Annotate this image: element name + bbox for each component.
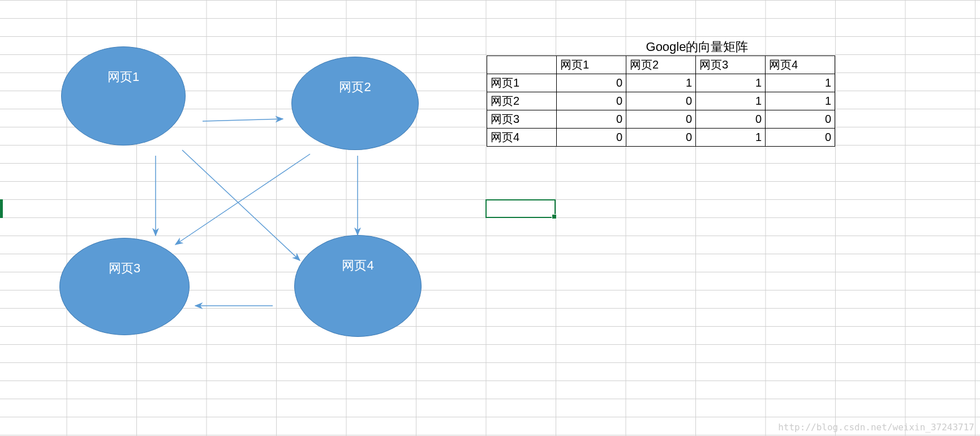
node-label: 网页4 xyxy=(342,257,373,274)
diagram-node-2: 网页2 xyxy=(291,57,419,150)
matrix-cell: 0 xyxy=(626,129,696,147)
row-marker xyxy=(0,199,3,218)
matrix-cell: 0 xyxy=(626,92,696,110)
matrix-cell: 0 xyxy=(766,129,835,147)
matrix-corner xyxy=(487,56,557,74)
table-row: 网页1 网页2 网页3 网页4 xyxy=(487,56,835,74)
diagram-node-1: 网页1 xyxy=(61,46,186,146)
table-row: 网页3 0 0 0 0 xyxy=(487,110,835,129)
node-label: 网页1 xyxy=(108,69,139,86)
matrix-col-header: 网页3 xyxy=(696,56,766,74)
matrix-col-header: 网页2 xyxy=(626,56,696,74)
matrix-cell: 1 xyxy=(766,92,835,110)
matrix-col-header: 网页4 xyxy=(766,56,835,74)
table-row: 网页4 0 0 1 0 xyxy=(487,129,835,147)
matrix-cell: 1 xyxy=(766,74,835,92)
matrix-cell: 1 xyxy=(696,92,766,110)
diagram-node-4: 网页4 xyxy=(294,235,422,337)
matrix-cell: 0 xyxy=(696,110,766,129)
matrix-row-header: 网页4 xyxy=(487,129,557,147)
matrix-cell: 0 xyxy=(557,92,626,110)
matrix-col-header: 网页1 xyxy=(557,56,626,74)
table-row: 网页1 0 1 1 1 xyxy=(487,74,835,92)
matrix-cell: 0 xyxy=(557,129,626,147)
watermark-text: http://blog.csdn.net/weixin_37243717 xyxy=(778,422,974,433)
table-row: 网页2 0 0 1 1 xyxy=(487,92,835,110)
matrix-row-header: 网页2 xyxy=(487,92,557,110)
matrix-cell: 0 xyxy=(557,74,626,92)
node-label: 网页2 xyxy=(339,79,371,96)
matrix-cell: 0 xyxy=(557,110,626,129)
matrix-row-header: 网页1 xyxy=(487,74,557,92)
matrix-table: 网页1 网页2 网页3 网页4 网页1 0 1 1 1 网页2 0 0 1 1 … xyxy=(487,55,835,147)
matrix-cell: 1 xyxy=(696,129,766,147)
matrix-row-header: 网页3 xyxy=(487,110,557,129)
active-cell[interactable] xyxy=(485,199,556,218)
node-label: 网页3 xyxy=(109,260,140,277)
matrix-title: Google的向量矩阵 xyxy=(557,39,837,55)
matrix-cell: 0 xyxy=(626,110,696,129)
diagram-node-3: 网页3 xyxy=(59,238,190,335)
matrix-cell: 0 xyxy=(766,110,835,129)
matrix-cell: 1 xyxy=(626,74,696,92)
matrix-cell: 1 xyxy=(696,74,766,92)
